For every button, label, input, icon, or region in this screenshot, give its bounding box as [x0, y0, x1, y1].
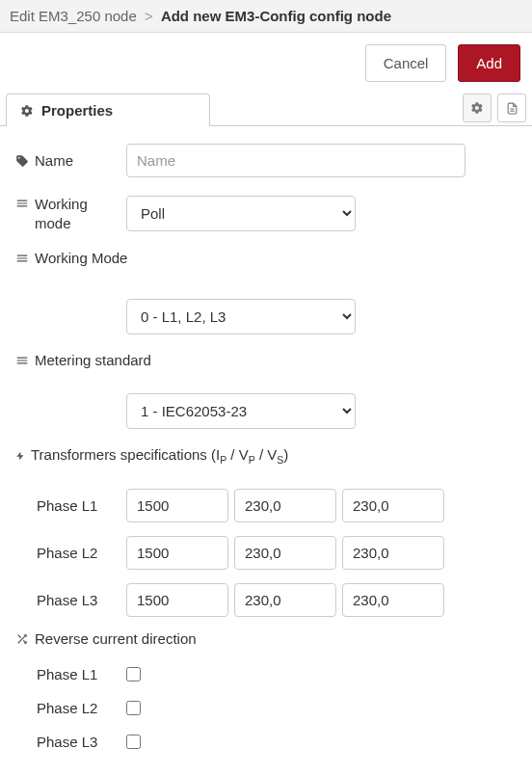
tab-properties-label: Properties	[41, 102, 113, 119]
l1-ip-input[interactable]	[126, 489, 228, 522]
action-row: Cancel Add	[0, 33, 532, 94]
properties-form: Name Working mode Poll Working Mode 0 - …	[0, 126, 532, 775]
gear-icon	[20, 104, 34, 118]
settings-icon-button[interactable]	[463, 94, 492, 122]
reverse-l3-label: Phase L3	[37, 734, 126, 750]
reverse-l3-checkbox[interactable]	[126, 735, 141, 749]
phase-l3-label: Phase L3	[37, 592, 126, 608]
breadcrumb-prev[interactable]: Edit EM3_250 node	[10, 8, 137, 24]
l1-vs-input[interactable]	[342, 489, 444, 522]
shuffle-icon	[15, 632, 29, 646]
metering-section: Metering standard	[15, 352, 517, 368]
l3-vs-input[interactable]	[342, 583, 444, 617]
reverse-l2-label: Phase L2	[37, 700, 126, 716]
reverse-section: Reverse current direction	[15, 630, 517, 647]
breadcrumb-current: Add new EM3-Config config node	[161, 8, 391, 24]
gear-icon	[470, 101, 484, 115]
working-mode-label: Working mode	[15, 195, 126, 232]
breadcrumb: Edit EM3_250 node > Add new EM3-Config c…	[0, 0, 532, 33]
l3-ip-input[interactable]	[126, 583, 228, 617]
l2-ip-input[interactable]	[126, 536, 228, 570]
name-label: Name	[15, 152, 126, 169]
transformers-section: Transformers specifications (IP / VP / V…	[15, 446, 517, 466]
list-icon	[15, 197, 29, 210]
phases-select[interactable]: 0 - L1, L2, L3	[126, 299, 356, 334]
reverse-l2-checkbox[interactable]	[126, 701, 141, 715]
reverse-l1-label: Phase L1	[37, 666, 126, 682]
l1-vp-input[interactable]	[234, 489, 336, 522]
working-mode-select[interactable]: Poll	[126, 196, 356, 231]
l2-vp-input[interactable]	[234, 536, 336, 570]
metering-select[interactable]: 1 - IEC62053-23	[126, 393, 356, 429]
breadcrumb-sep: >	[145, 8, 153, 24]
list-icon	[15, 354, 29, 367]
notes-icon-button[interactable]	[497, 94, 526, 122]
name-input[interactable]	[126, 144, 466, 177]
l3-vp-input[interactable]	[234, 583, 336, 617]
phase-l2-label: Phase L2	[37, 545, 126, 561]
cancel-button[interactable]: Cancel	[365, 44, 447, 82]
phase-l1-label: Phase L1	[37, 497, 126, 514]
bolt-icon	[15, 449, 25, 463]
add-button[interactable]: Add	[458, 44, 520, 82]
file-icon	[506, 101, 519, 116]
list-icon	[15, 252, 29, 265]
working-mode-section: Working Mode	[15, 250, 517, 266]
tag-icon	[15, 154, 29, 168]
tab-properties[interactable]: Properties	[6, 94, 210, 126]
reverse-l1-checkbox[interactable]	[126, 667, 141, 681]
l2-vs-input[interactable]	[342, 536, 444, 570]
tabs-row: Properties	[0, 94, 532, 126]
